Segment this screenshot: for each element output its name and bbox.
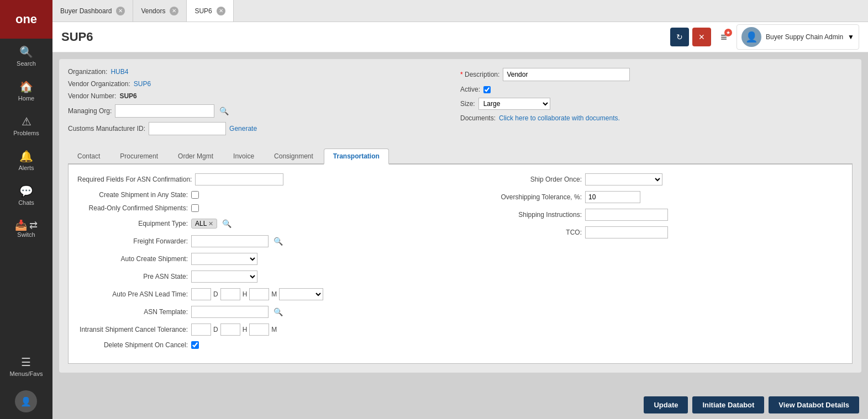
shipping-instructions-row: Shipping Instructions: [471,209,843,221]
lead-time-m-input[interactable] [249,288,269,300]
notification-button[interactable]: ≡ ★ [714,28,733,46]
content-area: Organization: HUB4 Vendor Organization: … [52,52,868,391]
sidebar-item-alerts[interactable]: 🔔 Alerts [0,143,52,178]
generate-link[interactable]: Generate [229,125,257,132]
sidebar-item-menus[interactable]: ☰ Menus/Favs [10,349,43,384]
sidebar-item-search[interactable]: 🔍 Search [0,39,52,73]
tab-close-buyer-dashboard[interactable]: ✕ [116,7,125,15]
org-row: Organization: HUB4 [68,68,460,76]
create-shipment-checkbox[interactable] [191,191,199,199]
tab-transportation[interactable]: Transportation [324,148,389,165]
intransit-m-input[interactable] [249,323,269,336]
org-value[interactable]: HUB4 [111,68,128,76]
sidebar-item-chats[interactable]: 💬 Chats [0,178,52,213]
tco-label: TCO: [471,229,582,236]
tab-close-sup6[interactable]: ✕ [217,7,225,15]
tab-procurement[interactable]: Procurement [111,148,167,163]
tab-vendors[interactable]: Vendors ✕ [133,0,187,22]
update-button[interactable]: Update [644,396,688,413]
vendor-org-value[interactable]: SUP6 [134,80,151,88]
sidebar-label-switch: Switch [17,231,35,238]
sidebar-label-menus: Menus/Favs [10,370,43,377]
size-select[interactable]: Small Medium Large Enterprise [478,98,550,110]
intransit-lead-group: D H M [191,323,277,336]
tab-consignment[interactable]: Consignment [265,148,323,163]
asn-template-search-button[interactable]: 🔍 [272,306,284,318]
sidebar-item-switch[interactable]: 📥 ⇄ Switch [0,213,52,245]
asn-template-label: ASN Template: [77,308,188,316]
form-card: Organization: HUB4 Vendor Organization: … [59,59,861,373]
equipment-tag-remove[interactable]: ✕ [208,220,213,227]
view-databot-button[interactable]: View Databot Details [769,396,859,413]
sidebar-item-avatar[interactable]: 👤 [10,384,43,419]
equipment-search-button[interactable]: 🔍 [220,218,233,230]
vendor-org-row: Vendor Organization: SUP6 [68,80,460,88]
asn-template-input[interactable] [191,306,269,318]
customs-id-input[interactable] [149,122,226,135]
overshipping-input[interactable] [585,191,640,203]
user-avatar: 👤 [741,27,761,47]
intransit-h-input[interactable] [220,323,240,336]
freight-forwarder-input[interactable] [191,235,269,247]
req-fields-asn-label: Required Fields For ASN Confirmation: [77,176,192,183]
close-button[interactable]: ✕ [692,28,711,46]
pre-asn-state-row: Pre ASN State: [77,271,449,283]
readonly-confirmed-row: Read-Only Confirmed Shipments: [77,204,449,212]
sidebar-label-problems: Problems [13,130,39,136]
shipping-instructions-input[interactable] [585,209,668,221]
transport-left: Required Fields For ASN Confirmation: Cr… [77,173,449,354]
active-row: Active: [460,86,853,93]
sidebar-label-home: Home [18,95,34,102]
initiate-databot-button[interactable]: Initiate Databot [692,396,764,413]
bell-icon: 🔔 [19,150,33,163]
refresh-button[interactable]: ↻ [670,28,689,46]
description-input[interactable] [503,68,630,81]
description-row: * Description: [460,68,853,81]
transportation-panel: Required Fields For ASN Confirmation: Cr… [68,165,853,364]
tab-close-vendors[interactable]: ✕ [170,7,178,15]
lead-time-dropdown[interactable] [279,288,323,300]
tab-buyer-dashboard[interactable]: Buyer Dashboard ✕ [52,0,133,22]
dropdown-chevron-icon: ▼ [848,33,854,41]
switch-icons: 📥 ⇄ [15,219,38,231]
inner-tabs: Contact Procurement Order Mgmt Invoice C… [68,148,853,165]
active-label: Active: [460,86,480,93]
managing-org-search-button[interactable]: 🔍 [218,105,230,117]
intransit-h-label: H [243,326,248,333]
active-checkbox[interactable] [483,86,491,93]
lead-time-d-input[interactable] [191,288,211,300]
tab-invoice[interactable]: Invoice [224,148,264,163]
lead-time-h-input[interactable] [220,288,240,300]
sidebar-item-home[interactable]: 🏠 Home [0,73,52,108]
tab-contact[interactable]: Contact [68,148,109,163]
bottom-avatar: 👤 [15,390,37,412]
managing-org-row: Managing Org: 🔍 [68,104,460,118]
auto-create-shipment-select[interactable] [191,253,257,265]
tab-order-mgmt[interactable]: Order Mgmt [169,148,223,163]
documents-link[interactable]: Click here to collaborate with documents… [499,114,620,122]
intransit-cancel-row: Intransit Shipment Cancel Tolerance: D H… [77,323,449,336]
create-shipment-label: Create Shipment in Any State: [77,191,188,199]
pre-asn-state-select[interactable] [191,271,257,283]
user-area[interactable]: 👤 Buyer Suppy Chain Admin ▼ [737,24,859,50]
ship-order-once-select[interactable] [585,173,662,185]
vendor-num-row: Vendor Number: SUP6 [68,92,460,100]
tco-input[interactable] [585,226,668,238]
menu-icon: ☰ [21,356,31,369]
readonly-confirmed-checkbox[interactable] [191,204,199,212]
header-actions: ↻ ✕ ≡ ★ 👤 Buyer Suppy Chain Admin ▼ [670,24,859,50]
create-shipment-row: Create Shipment in Any State: [77,191,449,199]
app-logo[interactable]: one [0,0,52,39]
managing-org-input[interactable] [115,104,214,118]
tab-sup6[interactable]: SUP6 ✕ [187,0,233,22]
footer: Update Initiate Databot View Databot Det… [52,391,868,419]
lead-time-m-label: M [271,290,277,298]
intransit-m-label: M [271,326,277,333]
freight-forwarder-label: Freight Forwarder: [77,237,188,245]
sidebar-item-problems[interactable]: ⚠ Problems [0,108,52,143]
delete-on-cancel-checkbox[interactable] [191,341,199,349]
freight-forwarder-search-button[interactable]: 🔍 [272,235,284,247]
page-header: SUP6 ↻ ✕ ≡ ★ 👤 Buyer Suppy Chain Admin ▼ [52,22,868,52]
req-fields-asn-input[interactable] [195,173,283,185]
intransit-d-input[interactable] [191,323,211,336]
